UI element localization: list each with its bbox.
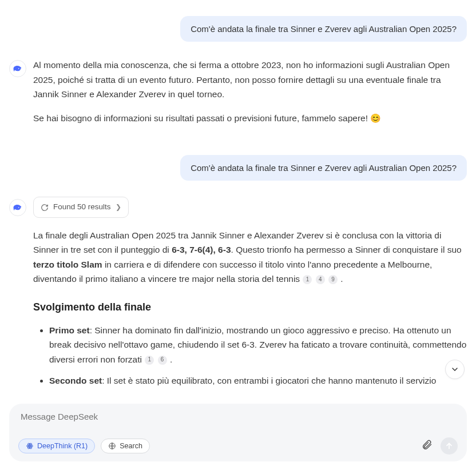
assistant-paragraph: Se hai bisogno di informazioni su risult… <box>33 111 467 126</box>
assistant-message-content: Al momento della mia conoscenza, che si … <box>33 58 467 134</box>
user-message-bubble[interactable]: Com'è andata la finale tra Sinner e Zver… <box>180 16 467 42</box>
refresh-icon <box>41 204 49 212</box>
score-bold: 6-3, 7-6(4), 6-3 <box>172 245 231 254</box>
user-message-row: Com'è andata la finale tra Sinner e Zver… <box>9 16 467 42</box>
input-actions-row: DeepThink (R1) Search <box>18 437 458 455</box>
assistant-text: Se hai bisogno di informazioni su risult… <box>33 113 370 123</box>
conversation-pane: Com'è andata la finale tra Sinner e Zver… <box>0 0 476 395</box>
arrow-up-icon <box>445 441 454 451</box>
assistant-paragraph: Al momento della mia conoscenza, che si … <box>33 58 467 102</box>
citation-badge[interactable]: 6 <box>158 356 167 365</box>
scroll-down-button[interactable] <box>445 360 465 379</box>
user-message-bubble[interactable]: Com'è andata la finale tra Sinner e Zver… <box>180 155 467 181</box>
search-label: Search <box>120 442 142 450</box>
chevron-down-icon <box>450 365 459 374</box>
assistant-avatar <box>9 199 26 216</box>
search-results-chip[interactable]: Found 50 results ❯ <box>33 197 129 217</box>
deepthink-label: DeepThink (R1) <box>37 442 88 450</box>
set-label: Secondo set <box>49 376 102 385</box>
left-actions: DeepThink (R1) Search <box>18 439 150 453</box>
whale-icon <box>12 202 23 213</box>
assistant-message-row: Found 50 results ❯ La finale degli Austr… <box>9 197 467 395</box>
search-toggle[interactable]: Search <box>101 439 150 453</box>
citation-badge[interactable]: 1 <box>303 275 312 284</box>
search-results-label: Found 50 results <box>53 201 111 213</box>
atom-icon <box>26 442 34 450</box>
message-input[interactable] <box>18 412 458 421</box>
attach-button[interactable] <box>421 439 433 453</box>
globe-icon <box>108 442 116 450</box>
right-actions <box>421 437 458 455</box>
assistant-message-content: Found 50 results ❯ La finale degli Austr… <box>33 197 467 395</box>
smile-emoji: 😊 <box>370 113 381 123</box>
citation-badge[interactable]: 1 <box>145 356 154 365</box>
message-input-container: DeepThink (R1) Search <box>9 404 467 461</box>
set-label: Primo set <box>49 325 90 335</box>
whale-icon <box>12 63 23 74</box>
assistant-message-row: Al momento della mia conoscenza, che si … <box>9 58 467 134</box>
deepthink-toggle[interactable]: DeepThink (R1) <box>18 439 95 453</box>
assistant-text: . Questo trionfo ha permesso a Sinner di… <box>231 245 462 254</box>
list-item: Secondo set: Il set è stato più equilibr… <box>49 373 467 388</box>
user-message-row: Com'è andata la finale tra Sinner e Zver… <box>9 155 467 181</box>
citation-badge[interactable]: 9 <box>328 275 338 284</box>
list-item: Primo set: Sinner ha dominato fin dall'i… <box>49 323 467 367</box>
section-heading: Svolgimento della finale <box>33 299 467 316</box>
citation-badge[interactable]: 4 <box>316 275 325 284</box>
set-text: : Sinner ha dominato fin dall'inizio, mo… <box>49 325 466 364</box>
send-button[interactable] <box>441 437 458 455</box>
set-text: : Il set è stato più equilibrato, con en… <box>102 376 436 385</box>
chevron-right-icon: ❯ <box>116 202 121 213</box>
detail-list: Primo set: Sinner ha dominato fin dall'i… <box>33 323 467 388</box>
title-bold: terzo titolo Slam <box>33 260 102 269</box>
paperclip-icon <box>421 439 433 451</box>
assistant-paragraph: La finale degli Australian Open 2025 tra… <box>33 228 467 286</box>
svg-point-0 <box>29 445 30 447</box>
assistant-avatar <box>9 60 26 77</box>
